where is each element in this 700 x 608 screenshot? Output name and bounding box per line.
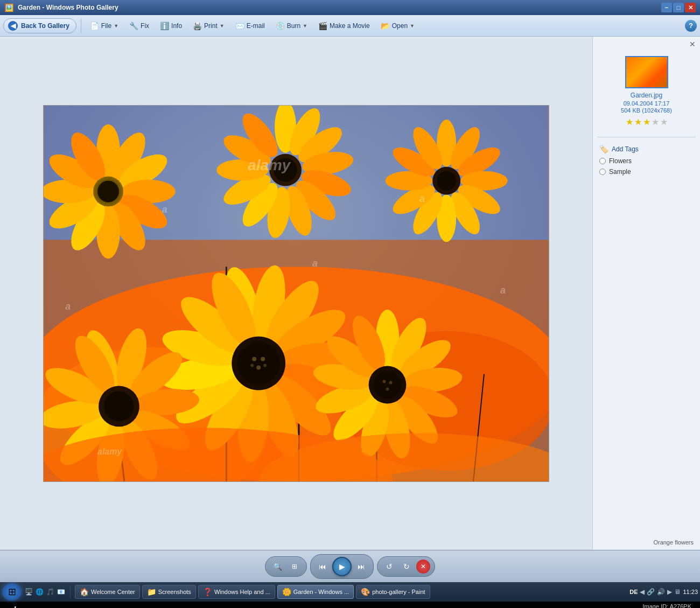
- tag-sample[interactable]: Sample: [593, 166, 700, 177]
- previous-button[interactable]: ⏮: [315, 559, 330, 574]
- taskbar-app-help[interactable]: ❓ Windows Help and ...: [198, 585, 275, 599]
- language-indicator[interactable]: DE: [629, 589, 638, 595]
- search-photos-button[interactable]: 🔍: [270, 559, 285, 574]
- thumbnail-area: Garden.jpg 09.04.2004 17:17 504 KB (1024…: [593, 52, 700, 131]
- taskbar-app-garden[interactable]: 🌼 Garden - Windows ...: [277, 585, 354, 599]
- star-4[interactable]: ★: [652, 117, 659, 127]
- taskbar-separator: [70, 586, 71, 598]
- photo-container[interactable]: a a a a a alamy alamy alamy: [43, 105, 549, 482]
- svg-text:a: a: [162, 204, 167, 215]
- open-arrow: ▼: [410, 23, 415, 29]
- screenshots-icon: 📁: [147, 588, 156, 596]
- playback-controls-left: 🔍 ⊞: [265, 556, 307, 577]
- taskbar-app-screenshots[interactable]: 📁 Screenshots: [142, 585, 196, 599]
- svg-point-104: [389, 381, 393, 384]
- tag-flowers[interactable]: Flowers: [593, 156, 700, 166]
- panel-close-area: ✕: [593, 37, 700, 52]
- email-button[interactable]: ✉️ E-mail: [231, 19, 269, 32]
- fix-label: Fix: [141, 22, 149, 30]
- playback-controls-right: ↺ ↻ ✕: [377, 556, 435, 577]
- svg-point-87: [104, 391, 134, 421]
- paint-icon: 🎨: [361, 588, 370, 596]
- welcome-icon: 🏠: [80, 588, 89, 596]
- quick-launch-media[interactable]: 🎵: [45, 587, 55, 597]
- file-icon: 📄: [90, 22, 99, 30]
- next-icon: ⏭: [358, 562, 365, 571]
- quick-launch: 🖥️ 🌐 🎵 📧: [24, 587, 66, 597]
- minimize-button[interactable]: −: [661, 3, 672, 12]
- help-app-label: Windows Help and ...: [214, 589, 270, 595]
- search-icon: 🔍: [273, 562, 282, 571]
- star-1[interactable]: ★: [626, 117, 633, 127]
- file-date: 09.04.2004 17:17: [624, 100, 670, 107]
- photo-area: a a a a a alamy alamy alamy: [0, 37, 592, 550]
- start-button[interactable]: ⊞: [2, 583, 22, 600]
- star-3[interactable]: ★: [643, 117, 650, 127]
- photo-image: a a a a a alamy alamy alamy: [44, 106, 549, 481]
- print-label: Print: [204, 22, 218, 30]
- file-label: File: [101, 22, 111, 30]
- panel-divider-1: [597, 137, 696, 137]
- auto-adjust-button[interactable]: ⊞: [287, 559, 302, 574]
- svg-point-70: [252, 357, 256, 361]
- panel-close-button[interactable]: ✕: [689, 40, 696, 48]
- toolbar: ◀ Back To Gallery 📄 File ▼ 🔧 Fix ℹ️ Info…: [0, 15, 700, 37]
- playback-bar: 🔍 ⊞ ⏮ ▶ ⏭ ↺ ↻ ✕: [0, 550, 700, 582]
- title-bar: 🖼️ Garden - Windows Photo Gallery − □ ✕: [0, 0, 700, 15]
- file-arrow: ▼: [114, 23, 118, 29]
- svg-point-23: [97, 180, 119, 202]
- play-button[interactable]: ▶: [332, 557, 352, 576]
- file-name[interactable]: Garden.jpg: [631, 92, 662, 99]
- tray-arrow-left[interactable]: ◀: [640, 588, 645, 596]
- close-button[interactable]: ✕: [685, 3, 696, 12]
- tag-sample-icon: [599, 169, 606, 175]
- play-icon: ▶: [339, 562, 345, 571]
- open-button[interactable]: 📂 Open ▼: [376, 19, 419, 32]
- print-button[interactable]: 🖨️ Print ▼: [188, 19, 229, 32]
- svg-text:alamy: alamy: [248, 156, 291, 173]
- screenshots-label: Screenshots: [158, 589, 191, 595]
- title-bar-title: Garden - Windows Photo Gallery: [18, 4, 661, 11]
- tray-network[interactable]: 🔗: [647, 588, 655, 596]
- taskbar-app-paint[interactable]: 🎨 photo-gallery - Paint: [356, 585, 430, 599]
- fix-button[interactable]: 🔧 Fix: [125, 19, 153, 32]
- rotate-left-button[interactable]: ↺: [382, 559, 397, 574]
- quick-launch-mail[interactable]: 📧: [56, 587, 66, 597]
- tray-monitor[interactable]: 🖥: [674, 588, 681, 596]
- burn-arrow: ▼: [303, 23, 307, 29]
- info-button[interactable]: ℹ️ Info: [156, 19, 186, 32]
- taskbar-app-welcome[interactable]: 🏠 Welcome Center: [75, 585, 140, 599]
- add-tags-button[interactable]: 🏷️ Add Tags: [593, 143, 700, 156]
- make-movie-button[interactable]: 🎬 Make a Movie: [314, 19, 374, 32]
- back-to-gallery-button[interactable]: ◀ Back To Gallery: [3, 18, 76, 33]
- auto-icon: ⊞: [292, 563, 297, 570]
- print-icon: 🖨️: [193, 22, 202, 30]
- star-rating[interactable]: ★ ★ ★ ★ ★: [626, 117, 668, 127]
- rotate-left-icon: ↺: [386, 562, 393, 571]
- star-2[interactable]: ★: [634, 117, 642, 127]
- photo-thumbnail[interactable]: [625, 56, 668, 88]
- delete-button[interactable]: ✕: [416, 560, 430, 574]
- star-5[interactable]: ★: [660, 117, 668, 127]
- tag-flowers-icon: [599, 158, 606, 164]
- file-menu[interactable]: 📄 File ▼: [86, 19, 123, 32]
- maximize-button[interactable]: □: [673, 3, 684, 12]
- help-button[interactable]: ?: [685, 20, 697, 32]
- title-bar-icon: 🖼️: [4, 3, 13, 12]
- caption-area: Orange flowers: [593, 177, 700, 550]
- info-icon: ℹ️: [160, 22, 169, 30]
- add-tags-icon: 🏷️: [599, 145, 608, 153]
- svg-point-52: [437, 171, 456, 190]
- svg-point-71: [261, 357, 265, 361]
- quick-launch-desktop[interactable]: 🖥️: [24, 587, 33, 597]
- quick-launch-ie[interactable]: 🌐: [34, 587, 44, 597]
- tag-sample-label: Sample: [609, 168, 631, 176]
- tray-volume[interactable]: 🔊: [657, 588, 665, 596]
- right-panel: ✕ Garden.jpg 09.04.2004 17:17 504 KB (10…: [592, 37, 700, 550]
- burn-button[interactable]: 💿 Burn ▼: [271, 19, 312, 32]
- file-size: 504 KB (1024x768): [621, 107, 672, 114]
- bottom-bar: alamy Image ID: A276PK www.alamy.com: [0, 602, 700, 608]
- next-button[interactable]: ⏭: [354, 559, 369, 574]
- rotate-right-button[interactable]: ↻: [399, 559, 414, 574]
- tray-arrow-right[interactable]: ▶: [667, 588, 672, 596]
